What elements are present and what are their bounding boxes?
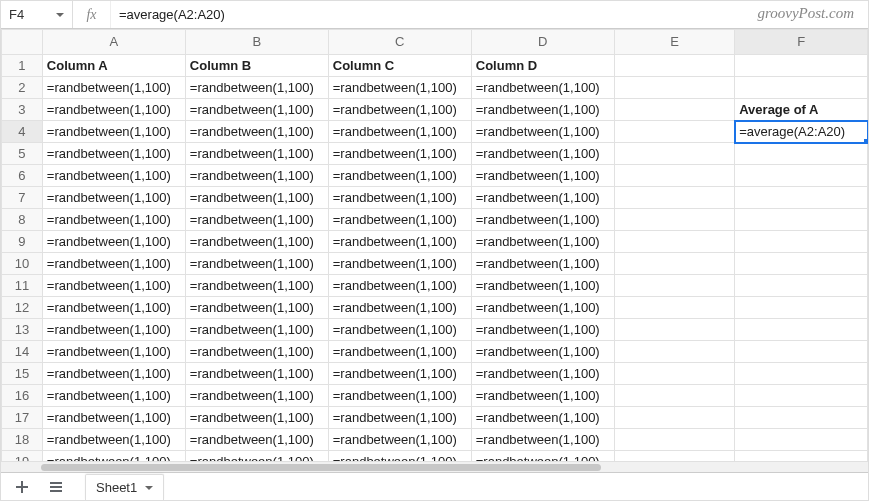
cell-B18[interactable]: =randbetween(1,100) bbox=[185, 429, 328, 451]
cell-F4[interactable]: =average(A2:A20) bbox=[735, 121, 868, 143]
cell-B3[interactable]: =randbetween(1,100) bbox=[185, 99, 328, 121]
cell-B6[interactable]: =randbetween(1,100) bbox=[185, 165, 328, 187]
cell-F8[interactable] bbox=[735, 209, 868, 231]
cell-D17[interactable]: =randbetween(1,100) bbox=[471, 407, 614, 429]
row-header-3[interactable]: 3 bbox=[2, 99, 43, 121]
cell-F14[interactable] bbox=[735, 341, 868, 363]
cell-E14[interactable] bbox=[614, 341, 735, 363]
cell-E2[interactable] bbox=[614, 77, 735, 99]
cell-D3[interactable]: =randbetween(1,100) bbox=[471, 99, 614, 121]
all-sheets-button[interactable] bbox=[41, 475, 71, 499]
cell-C17[interactable]: =randbetween(1,100) bbox=[328, 407, 471, 429]
cell-F6[interactable] bbox=[735, 165, 868, 187]
cell-A6[interactable]: =randbetween(1,100) bbox=[42, 165, 185, 187]
row-header-5[interactable]: 5 bbox=[2, 143, 43, 165]
cell-D6[interactable]: =randbetween(1,100) bbox=[471, 165, 614, 187]
cell-F18[interactable] bbox=[735, 429, 868, 451]
cell-A18[interactable]: =randbetween(1,100) bbox=[42, 429, 185, 451]
row-header-14[interactable]: 14 bbox=[2, 341, 43, 363]
cell-D12[interactable]: =randbetween(1,100) bbox=[471, 297, 614, 319]
cell-A15[interactable]: =randbetween(1,100) bbox=[42, 363, 185, 385]
cell-D1[interactable]: Column D bbox=[471, 55, 614, 77]
cell-E17[interactable] bbox=[614, 407, 735, 429]
cell-B9[interactable]: =randbetween(1,100) bbox=[185, 231, 328, 253]
cell-A16[interactable]: =randbetween(1,100) bbox=[42, 385, 185, 407]
cell-C3[interactable]: =randbetween(1,100) bbox=[328, 99, 471, 121]
cell-C5[interactable]: =randbetween(1,100) bbox=[328, 143, 471, 165]
add-sheet-button[interactable] bbox=[7, 475, 37, 499]
sheet-tab-sheet1[interactable]: Sheet1 bbox=[85, 474, 164, 500]
cell-E6[interactable] bbox=[614, 165, 735, 187]
cell-F2[interactable] bbox=[735, 77, 868, 99]
row-header-2[interactable]: 2 bbox=[2, 77, 43, 99]
cell-C15[interactable]: =randbetween(1,100) bbox=[328, 363, 471, 385]
cell-B2[interactable]: =randbetween(1,100) bbox=[185, 77, 328, 99]
cell-F5[interactable] bbox=[735, 143, 868, 165]
cell-C16[interactable]: =randbetween(1,100) bbox=[328, 385, 471, 407]
cell-F10[interactable] bbox=[735, 253, 868, 275]
cell-E7[interactable] bbox=[614, 187, 735, 209]
cell-F12[interactable] bbox=[735, 297, 868, 319]
cell-B13[interactable]: =randbetween(1,100) bbox=[185, 319, 328, 341]
cell-E16[interactable] bbox=[614, 385, 735, 407]
cell-F13[interactable] bbox=[735, 319, 868, 341]
cell-F3[interactable]: Average of A bbox=[735, 99, 868, 121]
cell-D15[interactable]: =randbetween(1,100) bbox=[471, 363, 614, 385]
cell-E19[interactable] bbox=[614, 451, 735, 462]
row-header-15[interactable]: 15 bbox=[2, 363, 43, 385]
cell-B17[interactable]: =randbetween(1,100) bbox=[185, 407, 328, 429]
spreadsheet-grid[interactable]: ABCDEF 1Column AColumn BColumn CColumn D… bbox=[1, 29, 868, 461]
cell-A4[interactable]: =randbetween(1,100) bbox=[42, 121, 185, 143]
cell-A17[interactable]: =randbetween(1,100) bbox=[42, 407, 185, 429]
cell-E1[interactable] bbox=[614, 55, 735, 77]
cell-B8[interactable]: =randbetween(1,100) bbox=[185, 209, 328, 231]
cell-B1[interactable]: Column B bbox=[185, 55, 328, 77]
cell-E8[interactable] bbox=[614, 209, 735, 231]
cell-C11[interactable]: =randbetween(1,100) bbox=[328, 275, 471, 297]
cell-F7[interactable] bbox=[735, 187, 868, 209]
cell-C8[interactable]: =randbetween(1,100) bbox=[328, 209, 471, 231]
cell-F16[interactable] bbox=[735, 385, 868, 407]
cell-D10[interactable]: =randbetween(1,100) bbox=[471, 253, 614, 275]
cell-B5[interactable]: =randbetween(1,100) bbox=[185, 143, 328, 165]
cell-A8[interactable]: =randbetween(1,100) bbox=[42, 209, 185, 231]
cell-A2[interactable]: =randbetween(1,100) bbox=[42, 77, 185, 99]
cell-E10[interactable] bbox=[614, 253, 735, 275]
cell-D11[interactable]: =randbetween(1,100) bbox=[471, 275, 614, 297]
cell-D16[interactable]: =randbetween(1,100) bbox=[471, 385, 614, 407]
column-header-B[interactable]: B bbox=[185, 30, 328, 55]
cell-B4[interactable]: =randbetween(1,100) bbox=[185, 121, 328, 143]
cell-F19[interactable] bbox=[735, 451, 868, 462]
cell-A14[interactable]: =randbetween(1,100) bbox=[42, 341, 185, 363]
row-header-12[interactable]: 12 bbox=[2, 297, 43, 319]
formula-input[interactable] bbox=[111, 1, 868, 28]
row-header-13[interactable]: 13 bbox=[2, 319, 43, 341]
cell-E5[interactable] bbox=[614, 143, 735, 165]
cell-C19[interactable]: =randbetween(1,100) bbox=[328, 451, 471, 462]
horizontal-scrollbar[interactable] bbox=[1, 461, 868, 472]
row-header-7[interactable]: 7 bbox=[2, 187, 43, 209]
cell-E13[interactable] bbox=[614, 319, 735, 341]
row-header-8[interactable]: 8 bbox=[2, 209, 43, 231]
cell-B15[interactable]: =randbetween(1,100) bbox=[185, 363, 328, 385]
name-box[interactable]: F4 bbox=[1, 1, 73, 28]
cell-D4[interactable]: =randbetween(1,100) bbox=[471, 121, 614, 143]
cell-C13[interactable]: =randbetween(1,100) bbox=[328, 319, 471, 341]
cell-A19[interactable]: =randbetween(1,100) bbox=[42, 451, 185, 462]
cell-F1[interactable] bbox=[735, 55, 868, 77]
row-header-19[interactable]: 19 bbox=[2, 451, 43, 462]
cell-A11[interactable]: =randbetween(1,100) bbox=[42, 275, 185, 297]
cell-A7[interactable]: =randbetween(1,100) bbox=[42, 187, 185, 209]
cell-A13[interactable]: =randbetween(1,100) bbox=[42, 319, 185, 341]
cell-E9[interactable] bbox=[614, 231, 735, 253]
cell-C2[interactable]: =randbetween(1,100) bbox=[328, 77, 471, 99]
row-header-11[interactable]: 11 bbox=[2, 275, 43, 297]
select-all-corner[interactable] bbox=[2, 30, 43, 55]
column-header-E[interactable]: E bbox=[614, 30, 735, 55]
cell-B16[interactable]: =randbetween(1,100) bbox=[185, 385, 328, 407]
row-header-16[interactable]: 16 bbox=[2, 385, 43, 407]
cell-D18[interactable]: =randbetween(1,100) bbox=[471, 429, 614, 451]
cell-C14[interactable]: =randbetween(1,100) bbox=[328, 341, 471, 363]
cell-E18[interactable] bbox=[614, 429, 735, 451]
cell-B14[interactable]: =randbetween(1,100) bbox=[185, 341, 328, 363]
